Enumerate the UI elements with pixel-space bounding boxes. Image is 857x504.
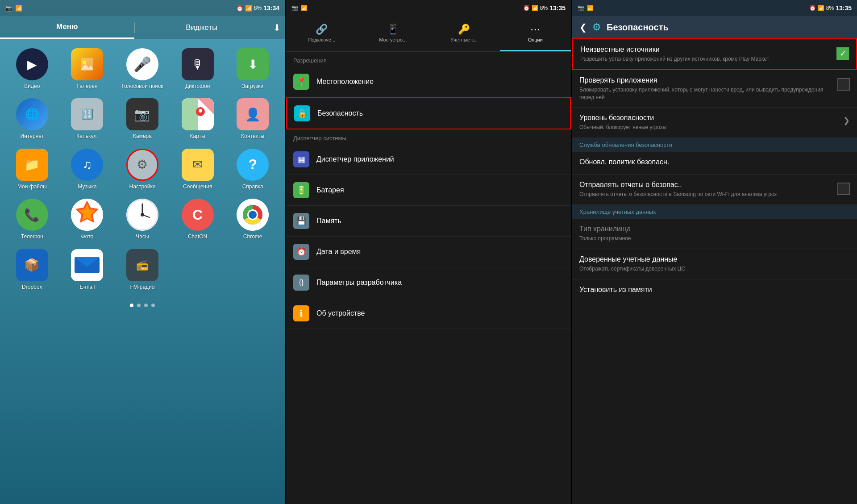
alarm-icon-2: ⏰ [523,5,530,11]
unknown-sources-content: Неизвестные источники Разрешить установк… [580,46,831,63]
time-1: 13:34 [263,4,279,12]
datetime-icon: ⏰ [293,244,309,260]
about-icon: ℹ [293,305,309,321]
app-settings[interactable]: ⚙ Настройки [115,149,170,190]
dot-3 [144,304,148,307]
app-downloads[interactable]: ⬇ Загрузки [225,48,280,89]
app-gallery[interactable]: Галерея [60,48,115,89]
storage-type-content: Тип хранилища Только программное [579,225,845,242]
time-2: 13:35 [549,4,566,12]
security-level-content: Уровень безопасности Обычный: блокирует … [579,114,838,131]
battery-text-1: 8% [254,5,262,11]
settings-datetime[interactable]: ⏰ Дата и время [286,237,571,267]
unknown-sources-item[interactable]: Неизвестные источники Разрешить установк… [572,38,857,70]
app-camera[interactable]: 📷 Камера [115,98,170,139]
trusted-credentials-item[interactable]: Доверенные учетные данные Отображать сер… [572,249,857,279]
settings-security[interactable]: 🔒 Безопасность [286,97,571,129]
app-photo[interactable]: Фото [60,199,115,240]
app-music[interactable]: ♫ Музыка [60,149,115,190]
app-maps[interactable]: Карты [170,98,225,139]
status-right-3: ⏰ 📶 8% 13:35 [809,4,852,12]
status-right-2: ⏰ 📶 8% 13:35 [523,4,566,12]
settings-about[interactable]: ℹ Об устройстве [286,298,571,329]
app-chrome[interactable]: Chrome [225,199,280,240]
memory-icon: 💾 [293,213,309,229]
location-icon: 📍 [293,74,309,90]
settings-appmanager[interactable]: ▦ Диспетчер приложений [286,144,571,175]
app-dropbox[interactable]: 📦 Dropbox [4,249,60,290]
send-reports-content: Отправлять отчеты о безопас.. Отправлять… [579,181,832,198]
security-update-label: Служба обновления безопасности [572,138,857,152]
app-voice-search[interactable]: 🎤 Голосовой поиск [115,48,170,89]
svg-point-14 [141,213,144,217]
battery-text-3: 8% [826,5,834,11]
battery-icon: 🔋 [293,182,309,198]
app-email[interactable]: E-mail [60,249,115,290]
send-reports-item[interactable]: Отправлять отчеты о безопас.. Отправлять… [572,175,857,205]
app-myfiles[interactable]: 📁 Мои файлы [4,149,60,190]
section-permissions: Разрешения [286,52,571,67]
app-recorder[interactable]: 🎙 Диктофон [170,48,225,89]
time-3: 13:35 [836,4,852,12]
security-gear-icon: ⚙ [592,21,601,33]
dot-4 [151,304,155,307]
screenshot-icon-3: 📷 [578,5,584,11]
security-level-item[interactable]: Уровень безопасности Обычный: блокирует … [572,108,857,138]
tab-widgets[interactable]: Виджеты [135,16,269,39]
security-detail-panel: 📷 📶 ⏰ 📶 8% 13:35 ❮ ⚙ Безопасность Неизве… [572,0,857,504]
app-help[interactable]: ? Справка [225,149,280,190]
section-sysmanager: Диспетчер системы [286,129,571,144]
settings-location[interactable]: 📍 Местоположение [286,67,571,97]
settings-memory[interactable]: 💾 Память [286,206,571,237]
wifi-icon-3: 📶 [587,5,594,11]
verify-apps-content: Проверять приложения Блокировать установ… [579,76,832,101]
app-clock[interactable]: Часы [115,199,170,240]
battery-text-2: 8% [540,5,548,11]
wifi-icon: 📶 [15,5,22,12]
screenshot-icon-2: 📷 [291,5,298,11]
credential-storage-label: Хранилище учетных данных [572,205,857,219]
connections-icon: 🔗 [316,24,328,35]
settings-panel: 📷 📶 ⏰ 📶 8% 13:35 🔗 Подключе... 📱 Мое уст… [286,0,571,504]
tab-mydevice[interactable]: 📱 Мое устро... [358,16,429,51]
update-policy-item[interactable]: Обновл. политик безопасн. [572,152,857,175]
tab-options[interactable]: ⋯ Опции [500,16,571,51]
signal-icon-3: 📶 [818,5,824,11]
home-tab-bar: Меню Виджеты ⬇ [0,16,285,39]
app-video[interactable]: ▶ Видео [4,48,60,89]
app-grid: ▶ Видео Галерея 🎤 Голосовой поиск 🎙 Дикт… [0,39,285,299]
back-button[interactable]: ❮ [579,22,587,33]
app-contacts[interactable]: 👤 Контакты [225,98,280,139]
settings-developer[interactable]: {} Параметры разработчика [286,267,571,298]
tab-menu[interactable]: Меню [0,16,134,39]
tab-connections[interactable]: 🔗 Подключе... [286,16,358,51]
settings-battery[interactable]: 🔋 Батарея [286,175,571,206]
wifi-icon-2: 📶 [301,5,308,11]
page-indicator [0,299,285,312]
appmanager-icon: ▦ [293,151,309,167]
screenshot-icon: 📷 [5,5,12,12]
unknown-sources-checkbox[interactable]: ✓ [836,47,849,60]
install-from-storage-item[interactable]: Установить из памяти [572,279,857,302]
verify-apps-item[interactable]: Проверять приложения Блокировать установ… [572,70,857,108]
options-icon: ⋯ [530,24,540,35]
update-policy-content: Обновл. политик безопасн. [579,158,845,168]
app-chaton[interactable]: C ChatON [170,199,225,240]
send-reports-checkbox[interactable] [837,183,850,195]
app-calculator[interactable]: 🔢 Калькул. [60,98,115,139]
download-tab-icon[interactable]: ⬇ [269,16,285,39]
status-bar-2: 📷 📶 ⏰ 📶 8% 13:35 [286,0,571,16]
status-left-2: 📷 📶 [291,5,308,11]
dot-1 [130,304,133,307]
storage-type-item[interactable]: Тип хранилища Только программное [572,219,857,249]
security-level-chevron: ❯ [843,116,850,125]
svg-point-18 [249,211,257,219]
app-fmradio[interactable]: 📻 FM-радио [115,249,170,290]
tab-accounts[interactable]: 🔑 Учетные з... [428,16,500,51]
verify-apps-checkbox[interactable] [837,78,850,91]
app-internet[interactable]: 🌐 Интернет [4,98,60,139]
alarm-icon-3: ⏰ [809,5,816,11]
security-icon: 🔒 [294,105,310,121]
app-messages[interactable]: ✉ Сообщения [170,149,225,190]
app-phone[interactable]: 📞 Телефон [4,199,60,240]
